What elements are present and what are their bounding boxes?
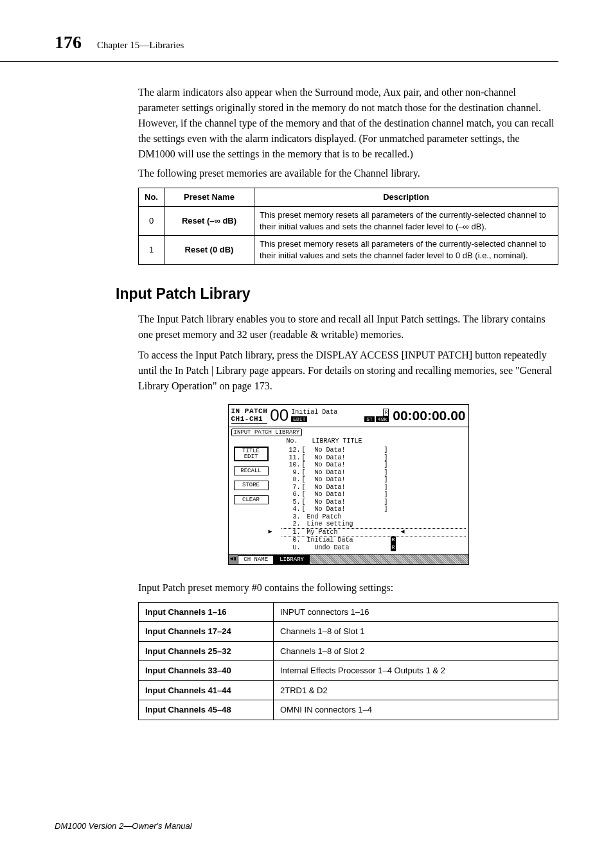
lcd-body: TITLE EDIT RECALL STORE CLEAR No. LIBRAR… bbox=[229, 436, 468, 554]
list-item: U. Undo DataR bbox=[281, 544, 466, 552]
lcd-section-label: INPUT PATCH LIBRARY bbox=[231, 429, 303, 436]
cell-name: Reset (0 dB) bbox=[164, 235, 254, 264]
cell-value: Channels 1–8 of Slot 1 bbox=[274, 622, 558, 642]
recall-button[interactable]: RECALL bbox=[234, 466, 269, 475]
edit-badge: EDIT bbox=[291, 416, 307, 422]
cell-value: Internal Effects Processor 1–4 Outputs 1… bbox=[274, 661, 558, 681]
lcd-label-line2: CH1-CH1 bbox=[231, 415, 268, 423]
settings-table: Input Channels 1–16INPUT connectors 1–16… bbox=[138, 602, 558, 720]
pointer-left-icon: ▶ bbox=[269, 528, 272, 536]
list-item: 2.Line setting bbox=[281, 520, 466, 528]
list-item: 9.[ No Data!] bbox=[281, 469, 466, 477]
col-header-title: LIBRARY TITLE bbox=[312, 438, 362, 445]
cell-value: INPUT connectors 1–16 bbox=[274, 602, 558, 622]
lcd-top-bar: IN PATCH CH1-CH1 00 Initial Data R EDIT … bbox=[229, 405, 468, 427]
cell-no: 0 bbox=[139, 206, 164, 235]
cell-label: Input Channels 17–24 bbox=[139, 622, 274, 642]
pointer-right-icon: ◀ bbox=[400, 528, 404, 536]
st-badge: ST bbox=[364, 416, 375, 422]
table-header-row: No. Preset Name Description bbox=[139, 188, 558, 207]
table-row: Input Channels 45–48OMNI IN connectors 1… bbox=[139, 700, 558, 720]
table-row: Input Channels 25–32Channels 1–8 of Slot… bbox=[139, 641, 558, 661]
cell-label: Input Channels 41–44 bbox=[139, 680, 274, 700]
lcd-list-column: No. LIBRARY TITLE 12.[ No Data!] 11.[ No… bbox=[281, 438, 466, 552]
nav-left-icon[interactable]: ◀▮ bbox=[229, 554, 238, 563]
lcd-screenshot: IN PATCH CH1-CH1 00 Initial Data R EDIT … bbox=[228, 404, 469, 565]
table-row: Input Channels 17–24Channels 1–8 of Slot… bbox=[139, 622, 558, 642]
rate-badge: 48k bbox=[376, 416, 389, 422]
list-item: 6.[ No Data!] bbox=[281, 491, 466, 499]
cell-value: OMNI IN connectors 1–4 bbox=[274, 700, 558, 720]
cell-label: Input Channels 45–48 bbox=[139, 700, 274, 720]
col-no: No. bbox=[139, 188, 164, 207]
table-row: 0 Reset (–∞ dB) This preset memory reset… bbox=[139, 206, 558, 235]
lcd-label-line1: IN PATCH bbox=[231, 407, 268, 416]
list-item: 5.[ No Data!] bbox=[281, 499, 466, 506]
list-item: 4.[ No Data!] bbox=[281, 506, 466, 513]
list-item-selected: 1.My Patch bbox=[281, 528, 466, 537]
cell-label: Input Channels 25–32 bbox=[139, 641, 274, 661]
section-heading: Input Patch Library bbox=[116, 283, 558, 305]
settings-lead: Input Patch preset memory #0 contains th… bbox=[138, 580, 558, 596]
chapter-title: Chapter 15—Libraries bbox=[97, 38, 184, 53]
tab-library[interactable]: LIBRARY bbox=[274, 555, 310, 563]
cell-value: 2TRD1 & D2 bbox=[274, 680, 558, 700]
table-row: 1 Reset (0 dB) This preset memory resets… bbox=[139, 235, 558, 264]
list-item: 12.[ No Data!] bbox=[281, 447, 466, 454]
body-paragraph-2: The following preset memories are availa… bbox=[138, 166, 558, 181]
tab-ch-name[interactable]: CH NAME bbox=[238, 555, 274, 563]
cell-value: Channels 1–8 of Slot 2 bbox=[274, 641, 558, 661]
lcd-status-text: Initial Data bbox=[291, 409, 337, 416]
list-item: 0.Initial DataR bbox=[281, 536, 466, 544]
page-header: 176 Chapter 15—Libraries bbox=[0, 0, 558, 62]
body-paragraph-1: The alarm indicators also appear when th… bbox=[138, 85, 558, 162]
cell-desc: This preset memory resets all parameters… bbox=[254, 206, 558, 235]
section-paragraph-1: The Input Patch library enables you to s… bbox=[138, 312, 558, 342]
lcd-status-area: Initial Data R EDIT ST 48k bbox=[291, 409, 389, 422]
lcd-r-indicator: R bbox=[383, 409, 389, 416]
lcd-mode-label: IN PATCH CH1-CH1 bbox=[231, 407, 268, 424]
store-button[interactable]: STORE bbox=[234, 481, 269, 490]
preset-table: No. Preset Name Description 0 Reset (–∞ … bbox=[138, 188, 558, 265]
list-item: 3.End Patch bbox=[281, 513, 466, 521]
clear-button[interactable]: CLEAR bbox=[234, 495, 269, 504]
cell-label: Input Channels 33–40 bbox=[139, 661, 274, 681]
table-row: Input Channels 1–16INPUT connectors 1–16 bbox=[139, 602, 558, 622]
cell-label: Input Channels 1–16 bbox=[139, 602, 274, 622]
section-paragraph-2: To access the Input Patch library, press… bbox=[138, 348, 558, 394]
lcd-list-header: No. LIBRARY TITLE bbox=[287, 438, 466, 445]
lcd-tab-bar: ◀▮ CH NAME LIBRARY bbox=[229, 554, 468, 563]
col-desc: Description bbox=[254, 188, 558, 207]
readonly-badge: R bbox=[391, 544, 396, 552]
cell-desc: This preset memory resets all parameters… bbox=[254, 235, 558, 264]
lcd-list[interactable]: 12.[ No Data!] 11.[ No Data!] 10.[ No Da… bbox=[281, 447, 466, 551]
footer: DM1000 Version 2—Owner's Manual bbox=[55, 820, 192, 833]
list-item: 10.[ No Data!] bbox=[281, 461, 466, 469]
list-item: 7.[ No Data!] bbox=[281, 484, 466, 492]
lcd-meter: 00 bbox=[270, 406, 289, 425]
lcd-timecode: 00:00:00.00 bbox=[393, 408, 465, 423]
list-item: 11.[ No Data!] bbox=[281, 454, 466, 462]
lcd-button-column: TITLE EDIT RECALL STORE CLEAR bbox=[234, 447, 269, 552]
cell-name: Reset (–∞ dB) bbox=[164, 206, 254, 235]
title-edit-button[interactable]: TITLE EDIT bbox=[234, 447, 269, 461]
table-row: Input Channels 41–442TRD1 & D2 bbox=[139, 680, 558, 700]
table-row: Input Channels 33–40Internal Effects Pro… bbox=[139, 661, 558, 681]
col-name: Preset Name bbox=[164, 188, 254, 207]
cell-no: 1 bbox=[139, 235, 164, 264]
title-edit-line2: EDIT bbox=[235, 454, 267, 460]
page-number: 176 bbox=[55, 29, 82, 56]
col-header-no: No. bbox=[287, 438, 312, 445]
list-item: 8.[ No Data!] bbox=[281, 476, 466, 484]
selected-row-wrapper: ▶ 1.My Patch ◀ bbox=[281, 528, 466, 537]
readonly-badge: R bbox=[391, 536, 396, 544]
